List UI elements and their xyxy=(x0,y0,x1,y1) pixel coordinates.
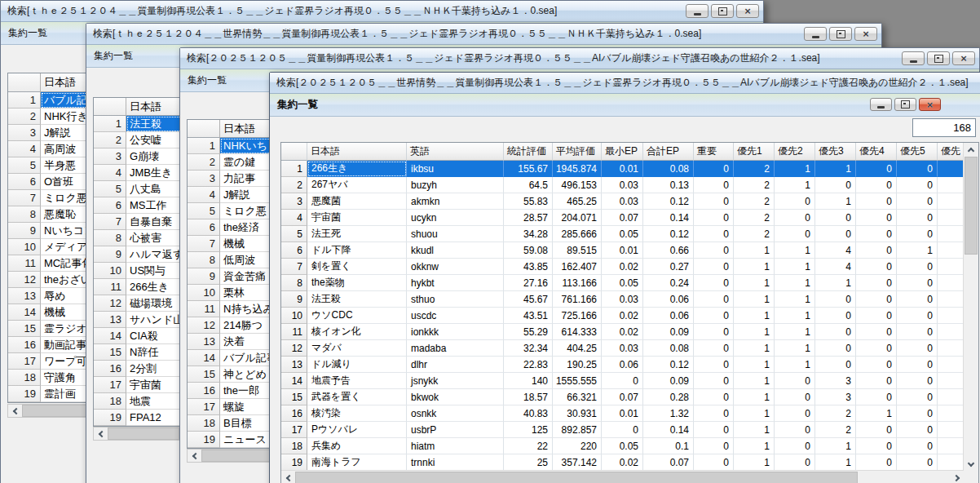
table-cell[interactable]: 0.1 xyxy=(643,438,694,454)
table-cell[interactable]: 0 xyxy=(775,438,815,454)
table-cell[interactable]: 2 xyxy=(734,193,775,210)
table-cell[interactable]: 1 xyxy=(734,340,775,357)
table-cell[interactable]: 0 xyxy=(856,422,897,438)
list-item-number[interactable]: 3 xyxy=(94,148,126,165)
table-cell[interactable] xyxy=(938,291,964,308)
table-cell[interactable] xyxy=(938,210,964,226)
table-cell[interactable]: Pウソバレ xyxy=(307,422,407,438)
list-item-number[interactable]: 8 xyxy=(8,206,41,223)
table-cell[interactable]: 0 xyxy=(602,422,643,438)
table-cell[interactable]: 1 xyxy=(815,275,856,291)
table-cell[interactable]: 28.57 xyxy=(504,210,553,226)
scroll-left-button[interactable] xyxy=(281,471,295,483)
row-number-cell[interactable]: 17 xyxy=(281,422,307,438)
table-cell[interactable]: 55.83 xyxy=(504,193,553,210)
table-cell[interactable]: 1 xyxy=(734,259,775,275)
table-cell[interactable]: 1 xyxy=(734,454,775,471)
list-item-number[interactable]: 2 xyxy=(188,154,220,171)
table-cell[interactable]: 南海トラフ xyxy=(307,454,407,471)
table-cell[interactable]: 3 xyxy=(815,373,856,389)
table-cell[interactable]: 0 xyxy=(897,291,938,308)
table-cell[interactable]: 25 xyxy=(504,454,553,471)
table-cell[interactable]: 4 xyxy=(815,242,856,259)
table-cell[interactable]: 0.02 xyxy=(602,308,643,324)
table-cell[interactable]: 0.09 xyxy=(643,373,694,389)
list-item-number[interactable]: 8 xyxy=(188,252,220,268)
column-header[interactable]: 最小EP xyxy=(602,143,643,161)
table-cell[interactable]: 0 xyxy=(856,308,897,324)
list-item-number[interactable]: 16 xyxy=(188,383,220,399)
scrollbar-thumb[interactable] xyxy=(965,157,978,255)
minimize-button[interactable] xyxy=(804,27,827,41)
table-cell[interactable]: 0.12 xyxy=(643,357,694,373)
table-cell[interactable]: 0 xyxy=(897,357,938,373)
scrollbar-thumb[interactable] xyxy=(295,472,858,483)
scrollbar-thumb[interactable] xyxy=(201,450,271,462)
table-cell[interactable]: 0.03 xyxy=(602,193,643,210)
list-item-number[interactable]: 17 xyxy=(8,353,41,370)
table-cell[interactable]: 1 xyxy=(775,340,815,357)
table-cell[interactable]: 兵集め xyxy=(307,438,407,454)
table-cell[interactable]: 0 xyxy=(694,259,734,275)
scrollbar-thumb[interactable] xyxy=(108,428,179,440)
table-cell[interactable]: 140 xyxy=(504,373,553,389)
table-cell[interactable] xyxy=(938,242,964,259)
table-cell[interactable]: 220 xyxy=(553,438,602,454)
list-item-number[interactable]: 18 xyxy=(188,415,220,432)
table-cell[interactable]: hykbt xyxy=(407,275,504,291)
table-cell[interactable]: 0 xyxy=(815,210,856,226)
table-cell[interactable] xyxy=(938,324,964,340)
table-cell[interactable]: 892.857 xyxy=(553,422,602,438)
table-cell[interactable]: 0.07 xyxy=(643,454,694,471)
table-cell[interactable]: 0.08 xyxy=(643,161,694,177)
table-cell[interactable]: the薬物 xyxy=(307,275,407,291)
table-cell[interactable] xyxy=(938,259,964,275)
table-cell[interactable]: 0 xyxy=(897,177,938,193)
table-cell[interactable]: 0 xyxy=(815,226,856,242)
minimize-button[interactable] xyxy=(686,4,709,18)
table-cell[interactable]: 32.34 xyxy=(504,340,553,357)
list-item-number[interactable]: 19 xyxy=(94,410,126,426)
table-cell[interactable]: 法王死 xyxy=(307,226,407,242)
table-cell[interactable] xyxy=(938,275,964,291)
column-header[interactable]: 日本語 xyxy=(307,143,407,161)
table-cell[interactable]: 0 xyxy=(694,389,734,405)
table-cell[interactable]: 162.407 xyxy=(553,259,602,275)
table-cell[interactable] xyxy=(938,373,964,389)
list-item-number[interactable]: 4 xyxy=(94,165,126,181)
row-number-header[interactable] xyxy=(281,143,307,161)
table-cell[interactable]: 0 xyxy=(897,161,938,177)
table-cell[interactable]: 0 xyxy=(897,422,938,438)
list-item-number[interactable]: 18 xyxy=(8,370,41,386)
table-cell[interactable]: 1 xyxy=(775,357,815,373)
table-cell[interactable]: 0.02 xyxy=(602,454,643,471)
table-cell[interactable] xyxy=(938,389,964,405)
row-number-cell[interactable]: 8 xyxy=(281,275,307,291)
table-cell[interactable] xyxy=(938,340,964,357)
table-cell[interactable]: 0 xyxy=(897,373,938,389)
window-3-titlebar[interactable]: 検索[２０２５１２０５＿＿質量制御再現公表１．５＿＿ジェド霊界ラジオ再現０．５５… xyxy=(180,48,979,69)
row-number-cell[interactable]: 12 xyxy=(281,340,307,357)
table-cell[interactable]: 22 xyxy=(504,438,553,454)
table-cell[interactable]: 0.66 xyxy=(643,242,694,259)
table-cell[interactable]: 1 xyxy=(897,242,938,259)
child-close-button[interactable]: × xyxy=(919,98,941,111)
list-item-number[interactable]: 3 xyxy=(8,125,41,141)
table-cell[interactable]: 2 xyxy=(734,210,775,226)
table-cell[interactable]: 357.142 xyxy=(553,454,602,471)
list-item-number[interactable]: 15 xyxy=(8,321,41,337)
table-cell[interactable]: 0 xyxy=(856,291,897,308)
table-cell[interactable]: 0 xyxy=(694,422,734,438)
row-number-cell[interactable]: 13 xyxy=(281,357,307,373)
list-item-number[interactable]: 2 xyxy=(8,109,41,125)
table-cell[interactable]: 0.14 xyxy=(643,422,694,438)
table-cell[interactable]: osnkk xyxy=(407,405,504,422)
list-item-number[interactable]: 12 xyxy=(94,295,126,312)
list-item-number[interactable]: 10 xyxy=(188,285,220,301)
table-cell[interactable]: 0 xyxy=(856,324,897,340)
list-item-number[interactable]: 12 xyxy=(8,272,41,288)
table-cell[interactable]: 204.071 xyxy=(553,210,602,226)
table-cell[interactable]: 3 xyxy=(815,389,856,405)
table-cell[interactable]: ドル下降 xyxy=(307,242,407,259)
table-cell[interactable]: 0 xyxy=(694,161,734,177)
